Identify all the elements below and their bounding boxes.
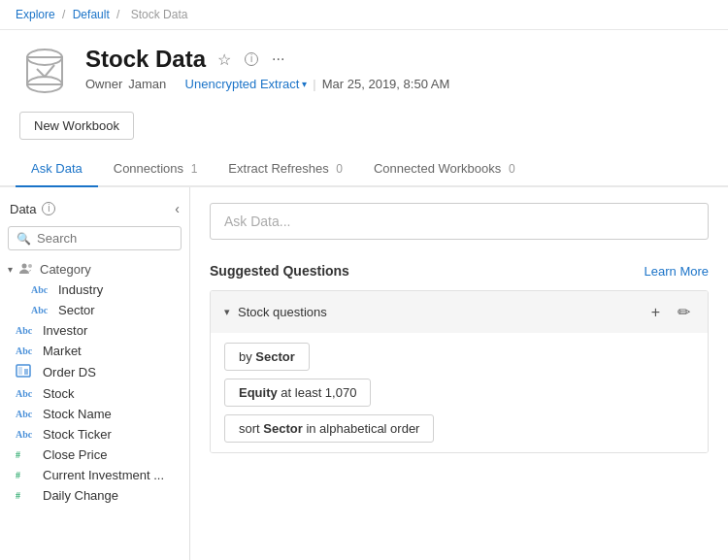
item-label-investor: Investor (43, 323, 87, 338)
tab-connections-badge: 1 (191, 162, 198, 176)
header-meta: Owner Jaman Unencrypted Extract ▾ | Mar … (85, 77, 709, 91)
page-header: Stock Data ☆ i ··· Owner Jaman Unencrypt… (0, 30, 728, 108)
abc-icon: Abc (16, 346, 37, 356)
tab-ask-data[interactable]: Ask Data (16, 151, 98, 187)
tree-item-stockticker[interactable]: Abc Stock Ticker (0, 424, 189, 445)
accordion-title: Stock questions (238, 305, 327, 319)
new-workbook-button[interactable]: New Workbook (19, 112, 134, 140)
tree-item-currentinvestment[interactable]: # Current Investment ... (0, 465, 189, 485)
tree-item-sector[interactable]: Abc Sector (0, 300, 189, 320)
search-icon: 🔍 (17, 232, 31, 246)
hash-icon: # (16, 490, 37, 501)
item-label-market: Market (43, 344, 82, 358)
accordion-header[interactable]: ▾ Stock questions + ✏ (211, 291, 708, 333)
page-title: Stock Data (85, 46, 206, 73)
abc-icon: Abc (16, 409, 37, 419)
tabs-bar: Ask Data Connections 1 Extract Refreshes… (0, 151, 728, 187)
item-label-currentinvestment: Current Investment ... (43, 468, 164, 482)
abc-icon: Abc (16, 388, 37, 399)
accordion-add-button[interactable]: + (647, 302, 664, 323)
breadcrumb-explore[interactable]: Explore (16, 8, 55, 21)
info-button[interactable]: i (243, 50, 260, 68)
tab-extract-refreshes[interactable]: Extract Refreshes 0 (213, 151, 358, 187)
hash-icon: # (16, 470, 37, 480)
breadcrumb-sep2: / (116, 8, 123, 21)
breadcrumb-default[interactable]: Default (73, 8, 110, 21)
tab-connections[interactable]: Connections 1 (98, 151, 214, 187)
question-equity[interactable]: Equity at least 1,070 (224, 379, 371, 407)
question-equity-bold: Equity (239, 385, 278, 400)
search-box[interactable]: 🔍 (8, 226, 182, 250)
sidebar-info-icon[interactable]: i (42, 202, 55, 215)
tree-item-stock[interactable]: Abc Stock (0, 383, 189, 404)
tab-extract-label: Extract Refreshes (228, 161, 328, 176)
sidebar-collapse-button[interactable]: ‹ (175, 201, 180, 216)
sidebar-header: Data i ‹ (0, 195, 189, 222)
main-content: Data i ‹ 🔍 ▾ Category Abc Industry (0, 187, 728, 560)
accordion-edit-button[interactable]: ✏ (674, 301, 694, 323)
header-title-row: Stock Data ☆ i ··· (85, 46, 709, 73)
breadcrumb-sep1: / (62, 8, 69, 21)
category-people-icon (18, 261, 34, 277)
category-label: Category (40, 262, 91, 277)
tab-connections-label: Connections (114, 161, 183, 176)
breadcrumb: Explore / Default / Stock Data (0, 0, 728, 30)
abc-icon: Abc (16, 429, 37, 440)
workbook-btn-row: New Workbook (0, 108, 728, 151)
item-label-orderds: Order DS (43, 365, 96, 379)
abc-icon: Abc (16, 325, 37, 336)
tree-item-closeprice[interactable]: # Close Price (0, 445, 189, 465)
more-button[interactable]: ··· (270, 49, 286, 70)
question-sector-bold: Sector (255, 349, 294, 364)
sidebar: Data i ‹ 🔍 ▾ Category Abc Industry (0, 187, 190, 560)
search-input[interactable] (37, 231, 173, 246)
tab-workbooks-label: Connected Workbooks (374, 161, 501, 176)
svg-rect-1 (27, 57, 62, 84)
breadcrumb-current: Stock Data (131, 8, 188, 21)
abc-icon: Abc (31, 284, 52, 295)
tree-item-stockname[interactable]: Abc Stock Name (0, 404, 189, 424)
extract-dropdown-icon: ▾ (302, 79, 307, 89)
abc-icon: Abc (31, 305, 52, 315)
stock-questions-accordion: ▾ Stock questions + ✏ by Sector Equity a… (210, 290, 709, 453)
extract-badge[interactable]: Unencrypted Extract ▾ (185, 77, 308, 91)
header-date: Mar 25, 2019, 8:50 AM (322, 77, 450, 91)
suggested-questions-title: Suggested Questions (210, 263, 349, 279)
question-sort-sector-bold: Sector (263, 421, 302, 436)
item-label-closeprice: Close Price (43, 447, 107, 462)
more-icon: ··· (272, 50, 284, 68)
sidebar-data-title: Data (10, 202, 36, 216)
tree-item-investor[interactable]: Abc Investor (0, 320, 189, 341)
tree-item-orderds[interactable]: Order DS (0, 361, 189, 383)
question-by-sector[interactable]: by Sector (224, 343, 310, 371)
tree-category-header[interactable]: ▾ Category (0, 258, 189, 280)
tab-connected-workbooks[interactable]: Connected Workbooks 0 (358, 151, 531, 187)
tree-item-industry[interactable]: Abc Industry (0, 280, 189, 300)
star-button[interactable]: ☆ (215, 49, 233, 71)
item-label-sector: Sector (58, 303, 95, 317)
header-sep: | (313, 77, 315, 91)
datasource-icon (19, 46, 70, 96)
accordion-body: by Sector Equity at least 1,070 sort Sec… (211, 333, 708, 452)
owner-label: Owner (85, 77, 122, 91)
sidebar-header-left: Data i (10, 202, 55, 216)
svg-rect-7 (24, 369, 28, 375)
accordion-header-left: ▾ Stock questions (224, 305, 327, 319)
info-icon: i (245, 52, 258, 66)
extract-label: Unencrypted Extract (185, 77, 300, 91)
item-label-industry: Industry (58, 282, 103, 297)
suggested-questions-header: Suggested Questions Learn More (210, 263, 709, 279)
svg-point-4 (28, 264, 32, 268)
item-label-dailychange: Daily Change (43, 488, 118, 503)
question-sort-sector[interactable]: sort Sector in alphabetical order (224, 414, 434, 443)
order-ds-icon (16, 364, 31, 378)
learn-more-link[interactable]: Learn More (645, 264, 709, 279)
svg-point-3 (22, 264, 27, 269)
header-info: Stock Data ☆ i ··· Owner Jaman Unencrypt… (85, 46, 709, 91)
right-panel: Ask Data... Suggested Questions Learn Mo… (190, 187, 728, 560)
svg-rect-6 (18, 367, 22, 375)
ask-data-input[interactable]: Ask Data... (210, 203, 709, 240)
tree-item-dailychange[interactable]: # Daily Change (0, 485, 189, 506)
accordion-actions: + ✏ (647, 301, 694, 323)
tree-item-market[interactable]: Abc Market (0, 341, 189, 361)
